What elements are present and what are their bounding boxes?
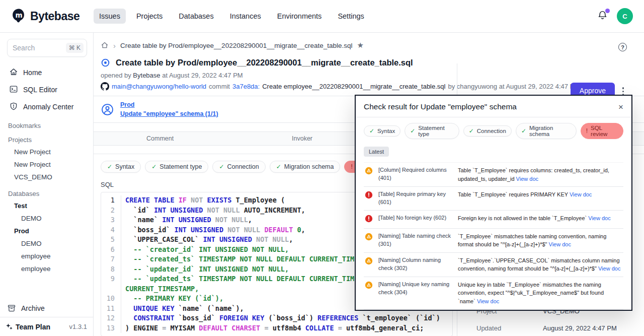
line-number: 2 xyxy=(101,206,121,216)
check-result-row: [Column] Required columns (401)Table `T_… xyxy=(364,163,623,187)
nav-item-databases[interactable]: Databases xyxy=(173,9,219,24)
app-root: m Bytebase IssuesProjectsDatabasesInstan… xyxy=(0,0,644,336)
issue-status-icon xyxy=(101,58,110,68)
line-number: 3 xyxy=(101,215,121,225)
sidebar-item-employee[interactable]: employee xyxy=(7,262,87,275)
error-icon xyxy=(365,190,373,207)
sidebar-item-home[interactable]: Home xyxy=(7,64,87,81)
sidebar-item-new-project[interactable]: New Project xyxy=(7,158,87,171)
check-pill-migration-schema[interactable]: ✓Migration schema xyxy=(270,161,341,173)
fail-icon: ! xyxy=(351,163,352,170)
line-content: ) ENGINE = MYISAM DEFAULT CHARSET = utf8… xyxy=(121,323,424,333)
line-content: CURRENT_TIMESTAMP, xyxy=(121,284,199,294)
vcs-branch-link[interactable]: main@changyuwong/hello-world xyxy=(112,83,206,90)
sidebar-item-new-project[interactable]: New Project xyxy=(7,146,87,158)
home-icon[interactable] xyxy=(101,41,109,49)
check-result-list: [Column] Required columns (401)Table `T_… xyxy=(364,162,623,311)
home-icon xyxy=(9,68,18,78)
check-pill-label: Syntax xyxy=(115,163,134,170)
sidebar: ⌘ K HomeSQL EditorAnomaly Center Bookmar… xyxy=(0,33,94,336)
help-icon[interactable]: ? xyxy=(618,43,627,51)
sidebar-footer: Team Plan v1.3.1 xyxy=(0,317,93,336)
line-number: 7 xyxy=(101,254,121,264)
sidebar-sections: BookmarksProjectsNew ProjectNew ProjectV… xyxy=(7,122,87,275)
check-icon: ✓ xyxy=(369,127,374,135)
section-title-databases: Databases xyxy=(8,190,87,197)
line-content: `id` INT UNSIGNED NOT NULL AUTO_INCREMEN… xyxy=(121,206,305,216)
sidebar-item-prod[interactable]: Prod xyxy=(7,225,87,237)
rule-name: [Naming] Table naming check (301) xyxy=(378,232,453,249)
sidebar-item-demo[interactable]: DEMO xyxy=(7,212,87,225)
latest-button[interactable]: Latest xyxy=(364,147,389,157)
line-number: 10 xyxy=(101,294,121,304)
notification-dot xyxy=(605,9,610,13)
rule-description: Foreign key is not allowed in the table … xyxy=(458,214,622,225)
view-doc-link[interactable]: View doc xyxy=(588,215,610,221)
sidebar-item-vcs-demo[interactable]: VCS_DEMO xyxy=(7,171,87,183)
check-pill-syntax[interactable]: ✓Syntax xyxy=(364,125,400,137)
close-icon[interactable]: × xyxy=(618,103,623,111)
avatar[interactable]: C xyxy=(617,8,633,24)
search-input[interactable] xyxy=(13,44,63,52)
rule-name: [Table] Require primary key (601) xyxy=(378,190,453,207)
sidebar-item-anomaly-center[interactable]: Anomaly Center xyxy=(7,98,87,115)
check-result-row: [Naming] Unique key naming check (304)Un… xyxy=(364,277,623,310)
archive-label: Archive xyxy=(21,304,45,312)
nav-item-settings[interactable]: Settings xyxy=(332,9,369,24)
fail-icon: ! xyxy=(586,127,588,135)
warning-icon xyxy=(365,256,373,273)
rule-description: Table `T_Employee` requires columns: cre… xyxy=(458,166,622,183)
line-number: 5 xyxy=(101,235,121,245)
sidebar-item-sql-editor[interactable]: SQL Editor xyxy=(7,81,87,98)
sidebar-item-archive[interactable]: Archive xyxy=(7,304,45,313)
check-pill-connection[interactable]: ✓Connection xyxy=(212,161,265,173)
check-result-row: [Naming] Column naming check (302)`T_Emp… xyxy=(364,253,623,277)
line-number: 1 xyxy=(101,195,121,206)
check-pill-sql-review[interactable]: !SQL review xyxy=(581,123,623,139)
check-icon: ✓ xyxy=(151,163,156,170)
check-pill-statement-type[interactable]: ✓Statement type xyxy=(145,161,208,173)
check-result-row: [Naming] Table naming check (301)`T_Empl… xyxy=(364,229,623,253)
line-content: CREATE TABLE IF NOT EXISTS T_Employee ( xyxy=(121,195,285,206)
view-doc-link[interactable]: View doc xyxy=(570,191,592,197)
view-doc-link[interactable]: View doc xyxy=(549,241,571,247)
bookmark-star-icon[interactable]: ★ xyxy=(357,41,364,50)
nav-item-issues[interactable]: Issues xyxy=(94,9,126,24)
line-content: -- PRIMARY KEY (`id`), xyxy=(121,294,223,304)
notifications-button[interactable] xyxy=(597,10,608,23)
line-number: 13 xyxy=(101,323,121,333)
stage-environment-link[interactable]: Prod xyxy=(120,100,218,109)
check-pill-migration-schema[interactable]: ✓Migration schema xyxy=(516,123,577,139)
bytebase-logo[interactable]: m Bytebase xyxy=(11,8,94,25)
sidebar-item-test[interactable]: Test xyxy=(7,199,87,212)
plan-name[interactable]: Team Plan xyxy=(16,323,50,331)
nav-item-projects[interactable]: Projects xyxy=(131,9,168,24)
line-content: `name` INT UNSIGNED NOT NULL, xyxy=(121,215,252,225)
sidebar-item-employee[interactable]: employee xyxy=(7,250,87,262)
view-doc-link[interactable]: View doc xyxy=(477,298,499,304)
sql-code-line: 12 CONSTRAINT `boss_id` FOREIGN KEY (`bo… xyxy=(101,313,452,323)
vcs-commit-link[interactable]: 3a7e8da: xyxy=(232,83,260,90)
check-icon: ✓ xyxy=(521,127,526,135)
rule-description: `T_Employee` mismatches table naming con… xyxy=(458,232,622,249)
bytebase-logo-icon: m xyxy=(11,8,27,25)
nav-item-instances[interactable]: Instances xyxy=(224,9,267,24)
sidebar-item-demo[interactable]: DEMO xyxy=(7,237,87,250)
check-pill-syntax[interactable]: ✓Syntax xyxy=(101,161,141,173)
view-doc-link[interactable]: View doc xyxy=(516,176,538,182)
top-navbar: m Bytebase IssuesProjectsDatabasesInstan… xyxy=(0,0,644,33)
rule-name: [Table] No foreign key (602) xyxy=(378,214,453,225)
line-number: 4 xyxy=(101,225,121,235)
stage-assignee-icon xyxy=(101,103,114,116)
nav-item-environments[interactable]: Environments xyxy=(272,9,328,24)
check-pill-connection[interactable]: ✓Connection xyxy=(463,125,512,137)
sidebar-item-label: SQL Editor xyxy=(23,86,57,94)
check-pill-statement-type[interactable]: ✓Statement type xyxy=(405,123,459,139)
navbar-right: C xyxy=(597,8,633,24)
rule-description: Unique key in table `T_Employee` mismatc… xyxy=(458,281,622,306)
stage-task-link[interactable]: Update "employee" schema (1/1) xyxy=(120,109,218,118)
view-doc-link[interactable]: View doc xyxy=(598,265,620,272)
check-icon: ✓ xyxy=(107,163,112,170)
sql-code-line: 13) ENGINE = MYISAM DEFAULT CHARSET = ut… xyxy=(101,323,452,333)
search-box[interactable]: ⌘ K xyxy=(7,39,87,57)
